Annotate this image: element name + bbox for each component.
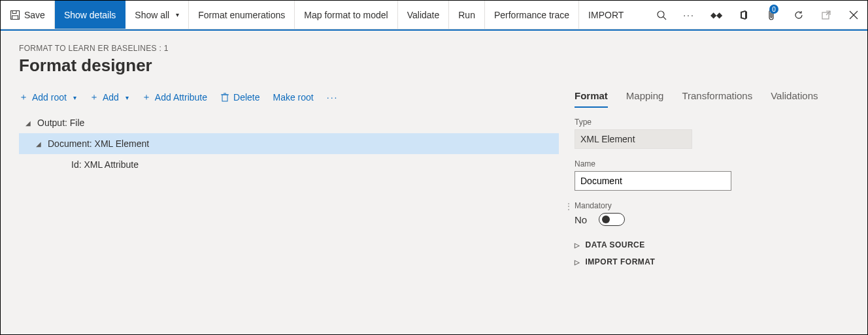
office-icon: [739, 10, 749, 20]
toggle-knob: [602, 215, 610, 223]
show-details-button[interactable]: Show details: [55, 1, 125, 29]
plus-icon: ＋: [90, 91, 99, 103]
svg-line-4: [663, 17, 666, 20]
tab-format[interactable]: Format: [575, 88, 608, 108]
chevron-down-icon: ▾: [73, 94, 76, 101]
delete-label: Delete: [233, 92, 259, 103]
add-label: Add: [103, 92, 119, 103]
caret-expanded-icon: ◢: [35, 140, 42, 148]
tab-validations[interactable]: Validations: [771, 88, 818, 108]
content-area: FORMAT TO LEARN ER BASELINES : 1 Format …: [1, 29, 867, 334]
add-attribute-label: Add Attribute: [155, 92, 207, 103]
map-format-button[interactable]: Map format to model: [295, 1, 397, 29]
tree-node-label: Document: XML Element: [48, 138, 149, 149]
svg-line-6: [826, 11, 830, 15]
save-icon: [10, 10, 20, 20]
import-format-expander[interactable]: ▷ IMPORT FORMAT: [575, 253, 849, 270]
validate-button[interactable]: Validate: [398, 1, 450, 29]
trash-icon: [220, 93, 229, 102]
run-button[interactable]: Run: [449, 1, 485, 29]
show-all-button[interactable]: Show all ▾: [125, 1, 189, 29]
search-icon: [656, 10, 667, 20]
mandatory-toggle[interactable]: [599, 213, 625, 226]
plus-icon: ＋: [19, 91, 28, 103]
popout-button[interactable]: [812, 1, 840, 29]
svg-rect-2: [12, 16, 18, 20]
svg-rect-9: [222, 95, 227, 101]
tree-node-id[interactable]: Id: XML Attribute: [19, 154, 559, 175]
toolbar: Save Show details Show all ▾ Format enum…: [1, 1, 867, 29]
more-actions-button[interactable]: ···: [327, 92, 339, 103]
caret-right-icon: ▷: [575, 259, 580, 266]
import-format-label: IMPORT FORMAT: [586, 257, 656, 266]
save-label: Save: [24, 10, 45, 20]
import-label: IMPORT: [588, 10, 624, 20]
popout-icon: [821, 10, 831, 20]
mandatory-value: No: [575, 214, 587, 225]
mandatory-label: Mandatory: [575, 201, 849, 210]
svg-rect-1: [12, 10, 16, 13]
perf-trace-label: Performance trace: [494, 10, 569, 20]
show-details-label: Show details: [64, 10, 116, 20]
chevron-down-icon: ▾: [176, 11, 179, 18]
make-root-label: Make root: [273, 92, 314, 103]
format-tree: ◢ Output: File ◢ Document: XML Element I…: [19, 112, 559, 175]
detail-tabs: Format Mapping Transformations Validatio…: [575, 88, 849, 108]
left-pane: ＋ Add root ▾ ＋ Add ▾ ＋ Add Attribute Del…: [19, 88, 559, 175]
add-root-label: Add root: [32, 92, 67, 103]
breadcrumb: FORMAT TO LEARN ER BASELINES : 1: [19, 44, 849, 53]
chevron-down-icon: ▾: [125, 94, 129, 101]
data-source-label: DATA SOURCE: [586, 240, 645, 249]
diamonds-button[interactable]: ◆◆: [703, 1, 730, 29]
run-label: Run: [458, 10, 475, 20]
validate-label: Validate: [407, 10, 440, 20]
refresh-icon: [793, 10, 804, 20]
format-enum-label: Format enumerations: [198, 10, 285, 20]
caret-right-icon: ▷: [575, 242, 580, 249]
page-title: Format designer: [19, 56, 849, 76]
make-root-button[interactable]: Make root: [273, 92, 314, 103]
drag-handle-icon[interactable]: ⋮: [564, 201, 572, 212]
tree-node-output[interactable]: ◢ Output: File: [19, 112, 559, 133]
plus-icon: ＋: [142, 91, 151, 103]
add-button[interactable]: ＋ Add ▾: [90, 91, 129, 103]
name-label: Name: [575, 159, 849, 168]
type-label: Type: [575, 118, 849, 127]
save-button[interactable]: Save: [1, 1, 55, 29]
diamonds-icon: ◆◆: [710, 10, 722, 20]
office-button[interactable]: [730, 1, 758, 29]
ellipsis-icon: ···: [327, 92, 339, 103]
tree-node-label: Id: XML Attribute: [71, 159, 139, 170]
show-all-label: Show all: [135, 10, 169, 20]
import-button[interactable]: IMPORT: [579, 1, 633, 29]
performance-trace-button[interactable]: Performance trace: [485, 1, 579, 29]
attachments-button[interactable]: 0: [758, 1, 785, 29]
tree-node-label: Output: File: [37, 118, 84, 128]
name-field-group: Name: [575, 159, 849, 191]
close-button[interactable]: [840, 1, 867, 29]
tree-action-bar: ＋ Add root ▾ ＋ Add ▾ ＋ Add Attribute Del…: [19, 88, 559, 112]
caret-expanded-icon: ◢: [24, 120, 32, 127]
refresh-button[interactable]: [785, 1, 812, 29]
delete-button[interactable]: Delete: [220, 92, 259, 103]
type-field-group: Type XML Element: [575, 118, 849, 149]
format-enumerations-button[interactable]: Format enumerations: [189, 1, 295, 29]
map-format-label: Map format to model: [304, 10, 388, 20]
add-root-button[interactable]: ＋ Add root ▾: [19, 91, 76, 103]
search-button[interactable]: [648, 1, 675, 29]
more-button[interactable]: ···: [675, 1, 703, 29]
type-display: XML Element: [575, 129, 692, 149]
mandatory-field-group: ⋮ Mandatory No: [575, 201, 849, 226]
badge-count: 0: [769, 5, 778, 14]
close-icon: [849, 10, 858, 20]
name-input[interactable]: [575, 171, 731, 191]
tree-node-document[interactable]: ◢ Document: XML Element: [19, 133, 559, 154]
tab-transformations[interactable]: Transformations: [682, 88, 752, 108]
svg-point-3: [658, 11, 664, 18]
add-attribute-button[interactable]: ＋ Add Attribute: [142, 91, 207, 103]
ellipsis-icon: ···: [683, 10, 695, 20]
data-source-expander[interactable]: ▷ DATA SOURCE: [575, 236, 849, 253]
right-pane: Format Mapping Transformations Validatio…: [575, 88, 849, 270]
tab-mapping[interactable]: Mapping: [626, 88, 664, 108]
